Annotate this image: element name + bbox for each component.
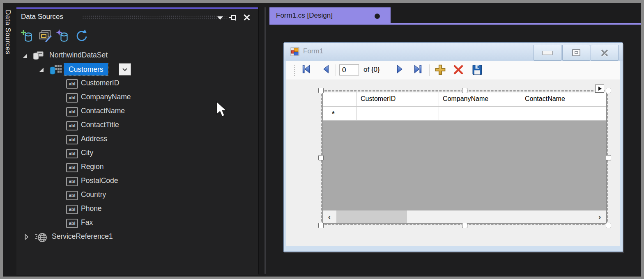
- panel-border: [258, 7, 259, 274]
- configure-wizard-icon: [56, 29, 70, 43]
- tree-field-label: Region: [81, 162, 104, 171]
- string-field-icon: abl: [66, 79, 78, 89]
- grid-empty-cell[interactable]: [521, 107, 606, 120]
- vs-ide-screenshot: Data Sources Data Sources: [0, 0, 644, 279]
- position-input[interactable]: [339, 64, 359, 75]
- tree-item-service-reference[interactable]: ServiceReference1: [16, 230, 258, 244]
- resize-handle-bottom-left[interactable]: [318, 223, 324, 228]
- panel-close-button[interactable]: [242, 13, 252, 22]
- tree-field-item[interactable]: abl PostalCode: [16, 174, 258, 188]
- expanded-arrow-icon[interactable]: [39, 68, 44, 72]
- grid-smart-tag-button[interactable]: [595, 85, 604, 93]
- form-title-bar[interactable]: Form1: [284, 43, 623, 61]
- grid-column-headers: CustomerID CompanyName ContactName: [357, 92, 606, 106]
- form-close-button[interactable]: [591, 45, 619, 61]
- move-previous-icon: [321, 64, 331, 75]
- customers-fields-list: abl CustomerID abl CompanyName abl Conta…: [16, 77, 258, 230]
- move-next-icon: [394, 64, 405, 75]
- customers-dropdown-button[interactable]: [119, 63, 131, 75]
- tree-field-label: Country: [81, 190, 106, 199]
- form-client-area: of {0}: [286, 61, 620, 246]
- resize-handle-bottom-right[interactable]: [606, 223, 611, 228]
- scrollbar-thumb[interactable]: [336, 210, 407, 223]
- winforms-form-icon: [290, 47, 300, 57]
- chevron-down-icon: [119, 64, 131, 75]
- string-field-icon: abl: [66, 163, 78, 172]
- tree-field-item[interactable]: abl CustomerID: [16, 77, 258, 91]
- grid-empty-cell[interactable]: [439, 107, 521, 120]
- form-minimize-button[interactable]: [534, 45, 561, 61]
- panel-menu-button[interactable]: [215, 13, 225, 22]
- resize-handle-middle-left[interactable]: [318, 155, 324, 160]
- tab-form1-design[interactable]: Form1.cs [Design]: [269, 7, 391, 25]
- grid-empty-cell[interactable]: [357, 107, 439, 120]
- expanded-arrow-icon[interactable]: [23, 54, 27, 58]
- resize-handle-top-left[interactable]: [318, 88, 324, 93]
- string-field-icon: abl: [66, 149, 78, 158]
- unsaved-changes-dot-icon[interactable]: [375, 14, 380, 19]
- move-first-button[interactable]: [301, 64, 313, 76]
- add-new-button[interactable]: [435, 64, 447, 76]
- toolstrip-separator: [429, 64, 430, 76]
- rail-tab-data-sources[interactable]: Data Sources: [1, 8, 16, 70]
- resize-handle-top-middle[interactable]: [462, 88, 467, 93]
- count-label: of {0}: [363, 66, 380, 74]
- resize-handle-middle-right[interactable]: [606, 155, 611, 160]
- pin-icon: [228, 14, 237, 22]
- save-icon: [472, 64, 483, 75]
- tree-field-item[interactable]: abl ContactTitle: [16, 119, 258, 133]
- scroll-right-arrow[interactable]: ›: [594, 211, 605, 223]
- toolstrip-separator: [336, 64, 336, 76]
- move-previous-button[interactable]: [321, 64, 333, 76]
- collapsed-arrow-icon[interactable]: [25, 234, 29, 240]
- panel-pin-button[interactable]: [228, 14, 238, 23]
- form-maximize-button[interactable]: [562, 45, 590, 61]
- move-next-button[interactable]: [394, 64, 407, 76]
- toolstrip-grip[interactable]: [294, 65, 295, 76]
- grid-corner-cell[interactable]: [323, 92, 357, 106]
- tree-field-item[interactable]: abl Fax: [16, 216, 258, 230]
- resize-handle-bottom-middle[interactable]: [462, 223, 467, 228]
- string-field-icon: abl: [66, 107, 78, 117]
- tree-field-item[interactable]: abl CompanyName: [16, 91, 258, 105]
- resize-handle-top-right[interactable]: [606, 88, 611, 93]
- edit-dataset-button[interactable]: [38, 29, 53, 44]
- add-data-source-button[interactable]: [21, 29, 36, 44]
- tree-field-label: Address: [81, 135, 107, 143]
- grid-horizontal-scrollbar[interactable]: ‹ ›: [323, 210, 606, 223]
- move-first-icon: [301, 64, 312, 75]
- tree-field-item[interactable]: abl Country: [16, 188, 258, 202]
- tree-field-item[interactable]: abl Phone: [16, 202, 258, 216]
- save-button[interactable]: [472, 64, 484, 76]
- delete-button[interactable]: [453, 64, 465, 76]
- datagridview-customers[interactable]: CustomerID CompanyName ContactName * ‹ ›: [322, 92, 607, 224]
- close-icon: [591, 45, 618, 60]
- tree-label-customers-selected[interactable]: Customers: [64, 63, 108, 75]
- tree-item-customers[interactable]: Customers: [16, 63, 258, 77]
- tree-field-item[interactable]: abl ContactName: [16, 105, 258, 119]
- panel-title: Data Sources: [21, 13, 63, 21]
- tree-field-item[interactable]: abl Region: [16, 160, 258, 174]
- tree-field-label: CustomerID: [81, 79, 119, 87]
- string-field-icon: abl: [66, 93, 78, 103]
- tree-field-item[interactable]: abl City: [16, 146, 258, 160]
- edit-dataset-designer-icon: [38, 29, 53, 43]
- panel-drag-grip[interactable]: [82, 15, 228, 20]
- active-tab-underline: [391, 23, 641, 25]
- form1-design-window[interactable]: Form1: [283, 42, 623, 252]
- move-last-button[interactable]: [412, 64, 425, 76]
- grid-column-header[interactable]: CustomerID: [357, 92, 439, 106]
- grid-column-header[interactable]: CompanyName: [439, 92, 521, 106]
- tree-field-label: Fax: [81, 218, 93, 227]
- tree-item-dataset[interactable]: NorthwindDataSet: [16, 49, 258, 63]
- configure-wizard-button[interactable]: [56, 29, 71, 44]
- scroll-left-arrow[interactable]: ‹: [324, 211, 335, 223]
- delete-icon: [453, 64, 464, 75]
- grid-column-header[interactable]: ContactName: [521, 92, 606, 106]
- tree-field-item[interactable]: abl Address: [16, 133, 258, 146]
- close-icon: [242, 13, 252, 22]
- refresh-button[interactable]: [74, 29, 90, 44]
- new-row-marker: *: [323, 107, 357, 120]
- grid-new-row[interactable]: *: [323, 107, 606, 121]
- tab-label: Form1.cs [Design]: [276, 11, 333, 20]
